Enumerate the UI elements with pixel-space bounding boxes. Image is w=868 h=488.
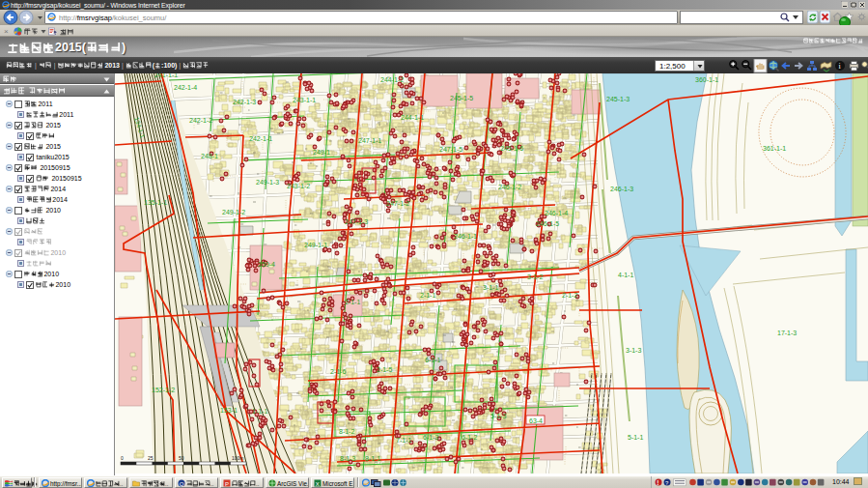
svg-text:246-1-5: 246-1-5 <box>536 220 559 227</box>
svg-text:5-1-1: 5-1-1 <box>628 434 643 441</box>
svg-text:245-1-3: 245-1-3 <box>606 96 630 102</box>
svg-text:247-1-2: 247-1-2 <box>386 200 409 207</box>
svg-text:1-1-1: 1-1-1 <box>252 408 267 415</box>
svg-text:!: ! <box>657 479 658 486</box>
svg-text:245-1-5: 245-1-5 <box>450 95 473 101</box>
svg-text:249-1-2: 249-1-2 <box>222 209 245 215</box>
svg-text:249-1-1: 249-1-1 <box>304 242 327 248</box>
svg-text:243-1-2: 243-1-2 <box>287 183 310 189</box>
svg-text:50: 50 <box>179 455 184 461</box>
svg-text:242-1-1: 242-1-1 <box>249 135 272 142</box>
svg-text:242-1-4: 242-1-4 <box>174 84 197 91</box>
svg-text:244-1-1: 244-1-1 <box>401 114 424 121</box>
svg-text:246-1-4: 246-1-4 <box>545 210 568 216</box>
svg-text:25: 25 <box>148 455 154 461</box>
svg-text:248-1: 248-1 <box>201 153 218 159</box>
svg-text:249-1-3: 249-1-3 <box>256 179 279 186</box>
svg-text:8-1-2: 8-1-2 <box>339 428 354 435</box>
svg-text:0: 0 <box>121 455 124 461</box>
svg-text:244-1-2: 244-1-2 <box>380 76 404 83</box>
svg-text:3-1-2: 3-1-2 <box>527 273 543 280</box>
svg-text:6-1-2: 6-1-2 <box>462 434 477 441</box>
svg-text:2-1-5: 2-1-5 <box>377 366 392 373</box>
svg-text:241-1-1: 241-1-1 <box>154 73 178 78</box>
svg-text:3-1-1: 3-1-1 <box>483 284 498 291</box>
svg-text:152-1-2: 152-1-2 <box>152 387 175 393</box>
svg-text:5-1-3: 5-1-3 <box>490 413 506 419</box>
svg-text:360-1-1: 360-1-1 <box>695 76 718 83</box>
svg-text:135-1-1: 135-1-1 <box>144 199 167 206</box>
svg-text:153-1: 153-1 <box>220 407 238 414</box>
svg-text:X: X <box>315 481 319 487</box>
svg-text:246-1-2: 246-1-2 <box>498 184 521 190</box>
svg-text:4-1-1: 4-1-1 <box>618 272 633 278</box>
svg-text:361-1-1: 361-1-1 <box>763 145 786 152</box>
svg-text:8-1-3: 8-1-3 <box>340 455 355 462</box>
svg-text:2-1-1: 2-1-1 <box>345 299 360 305</box>
svg-text:247-1-1: 247-1-1 <box>358 137 381 144</box>
svg-text:243-1-1: 243-1-1 <box>293 97 316 103</box>
svg-text:17-1-3: 17-1-3 <box>777 330 797 336</box>
svg-text:6-1-3: 6-1-3 <box>423 434 438 441</box>
svg-text:7-1-1: 7-1-1 <box>396 437 411 444</box>
svg-text:2-1-1: 2-1-1 <box>420 292 435 299</box>
svg-text:63-4: 63-4 <box>529 417 543 424</box>
svg-text:247-1-5: 247-1-5 <box>439 146 462 153</box>
svg-text:246-1-3: 246-1-3 <box>610 186 633 192</box>
svg-text:2-1-2: 2-1-2 <box>562 292 577 299</box>
svg-text:245-1-6: 245-1-6 <box>500 145 523 152</box>
svg-text:2-1-6: 2-1-6 <box>330 368 346 375</box>
svg-text:249-1: 249-1 <box>313 149 330 156</box>
svg-text:P: P <box>225 481 229 487</box>
svg-text:242-1-2: 242-1-2 <box>189 117 212 124</box>
svg-text:8-1-1: 8-1-1 <box>365 455 380 462</box>
svg-text:242-1-3: 242-1-3 <box>233 99 256 105</box>
svg-text:250-4: 250-4 <box>258 261 275 268</box>
svg-text:3-1-3: 3-1-3 <box>626 347 641 354</box>
svg-text:100m: 100m <box>232 455 244 461</box>
svg-text:6-1-1: 6-1-1 <box>425 357 440 363</box>
svg-text:246-1-1: 246-1-1 <box>454 233 477 240</box>
svg-text:Q: Q <box>179 481 183 487</box>
svg-text:247-1-3: 247-1-3 <box>345 218 368 225</box>
